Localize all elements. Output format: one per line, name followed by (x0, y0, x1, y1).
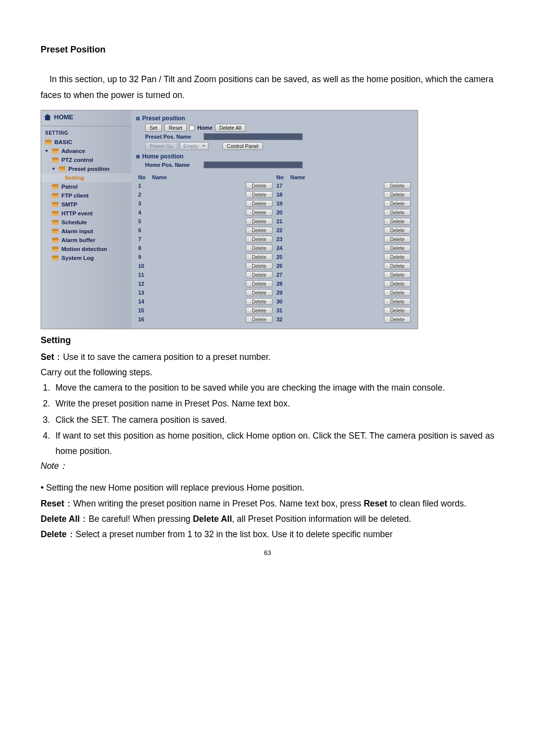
preset-number: 6 (138, 227, 152, 233)
preset-row: 23Delete (274, 235, 413, 244)
sidebar-item-motion[interactable]: Motion detection (41, 245, 131, 253)
folder-icon (52, 202, 58, 207)
delete-button[interactable]: Delete (384, 227, 411, 234)
col-name-header: Name (152, 174, 245, 180)
set-button[interactable]: Set (145, 124, 162, 132)
preset-row: 32Delete (274, 315, 413, 324)
sidebar-item-label: Alarm input (61, 228, 93, 234)
delete-button[interactable]: Delete (384, 200, 411, 207)
delete-button[interactable]: Delete (246, 182, 272, 189)
delete-button[interactable]: Delete (384, 253, 411, 260)
delete-button[interactable]: Delete (246, 253, 272, 260)
sidebar-item-advance[interactable]: Advance (41, 147, 131, 155)
delete-button[interactable]: Delete (384, 316, 411, 323)
delete-button[interactable]: Delete (384, 191, 411, 198)
preset-row: 29Delete (274, 288, 413, 297)
delete-button[interactable]: Delete (246, 271, 272, 278)
preset-row: 27Delete (274, 270, 413, 279)
sidebar-item-label: PTZ control (61, 157, 93, 163)
folder-icon (52, 193, 58, 198)
delete-button[interactable]: Delete (246, 280, 272, 287)
preset-number: 28 (276, 281, 290, 287)
step-2: Write the preset position name in Preset… (53, 396, 494, 411)
home-pos-name-input[interactable] (204, 161, 303, 168)
preset-pos-name-label: Preset Pos. Name (145, 134, 200, 140)
steps-list: Move the camera to the position to be sa… (41, 380, 494, 459)
sidebar-item-ptz[interactable]: PTZ control (41, 155, 131, 164)
sidebar-item-http[interactable]: HTTP event (41, 209, 131, 218)
delete-button[interactable]: Delete (246, 298, 272, 305)
preset-row: 30Delete (274, 297, 413, 306)
col-name-header: Name (290, 174, 383, 180)
sidebar-item-setting[interactable]: Setting (41, 173, 131, 182)
delete-button[interactable]: Delete (384, 298, 411, 305)
folder-icon (45, 140, 52, 145)
sidebar-item-label: Motion detection (61, 246, 107, 252)
preset-row: 12Delete (136, 279, 274, 288)
sidebar-item-preset[interactable]: Preset position (41, 164, 131, 173)
delete-button[interactable]: Delete (246, 289, 272, 296)
sidebar-item-label: Alarm buffer (61, 237, 95, 243)
delete-button[interactable]: Delete (246, 307, 272, 314)
col-no-header: No (138, 174, 152, 180)
delete-button[interactable]: Delete (246, 236, 272, 243)
delete-button[interactable]: Delete (246, 262, 272, 269)
sidebar-item-syslog[interactable]: System Log (41, 253, 131, 262)
delete-button[interactable]: Delete (246, 218, 272, 225)
sidebar-item-ftp[interactable]: FTP client (41, 191, 131, 200)
delete-button[interactable]: Delete (384, 236, 411, 243)
delete-button[interactable]: Delete (384, 218, 411, 225)
sidebar-section-setting: SETTING (41, 126, 131, 138)
sidebar-item-basic[interactable]: BASIC (41, 138, 131, 147)
delete-button[interactable]: Delete (384, 307, 411, 314)
delete-button[interactable]: Delete (384, 182, 411, 189)
preset-pos-name-input[interactable] (204, 133, 303, 140)
sidebar-item-label: Preset position (68, 166, 109, 172)
preset-number: 1 (138, 183, 152, 189)
delete-all-button[interactable]: Delete All (215, 124, 246, 132)
folder-icon (52, 247, 58, 252)
delete-button[interactable]: Delete (384, 209, 411, 216)
delete-button[interactable]: Delete (384, 262, 411, 269)
delete-button[interactable]: Delete (246, 316, 272, 323)
sidebar-item-alarm-buffer[interactable]: Alarm buffer (41, 236, 131, 245)
delete-button[interactable]: Delete (384, 245, 411, 252)
setting-subtitle: Setting (41, 335, 494, 346)
delete-button[interactable]: Delete (384, 280, 411, 287)
preset-row: 25Delete (274, 252, 413, 261)
sidebar-item-label: HTTP event (61, 210, 93, 216)
sidebar-item-label: Patrol (61, 184, 78, 190)
delete-button[interactable]: Delete (384, 271, 411, 278)
preset-number: 19 (276, 201, 290, 206)
control-panel-button[interactable]: Control Panel (222, 142, 263, 150)
home-checkbox[interactable] (189, 125, 195, 131)
sidebar-item-schedule[interactable]: Schedule (41, 218, 131, 227)
preset-go-button[interactable]: Preset Go (145, 142, 177, 150)
preset-number: 17 (276, 183, 290, 189)
preset-number: 14 (138, 299, 152, 304)
preset-number: 24 (276, 245, 290, 251)
delete-button[interactable]: Delete (246, 245, 272, 252)
screenshot-panel: HOME SETTING BASIC Advance PTZ control P… (41, 110, 418, 329)
sidebar-item-smtp[interactable]: SMTP (41, 200, 131, 209)
reset-button[interactable]: Reset (164, 124, 187, 132)
preset-number: 2 (138, 192, 152, 198)
delete-button[interactable]: Delete (246, 200, 272, 207)
preset-dropdown[interactable]: Empty (180, 142, 209, 150)
delete-all-line: Delete All：Be careful! When pressing Del… (41, 511, 494, 527)
home-link[interactable]: HOME (41, 110, 131, 126)
delete-button[interactable]: Delete (384, 289, 411, 296)
preset-group-label: Preset position (142, 115, 185, 122)
intro-paragraph: In this section, up to 32 Pan / Tilt and… (41, 72, 494, 103)
carry-line: Carry out the following steps. (41, 365, 494, 380)
delete-button[interactable]: Delete (246, 227, 272, 234)
delete-button[interactable]: Delete (246, 209, 272, 216)
preset-number: 31 (276, 307, 290, 313)
preset-number: 25 (276, 254, 290, 260)
sidebar-item-patrol[interactable]: Patrol (41, 182, 131, 191)
preset-row: 24Delete (274, 244, 413, 252)
sidebar-item-alarm-input[interactable]: Alarm input (41, 227, 131, 236)
delete-button[interactable]: Delete (246, 191, 272, 198)
preset-number: 16 (138, 316, 152, 322)
preset-row: 1Delete (136, 181, 274, 190)
